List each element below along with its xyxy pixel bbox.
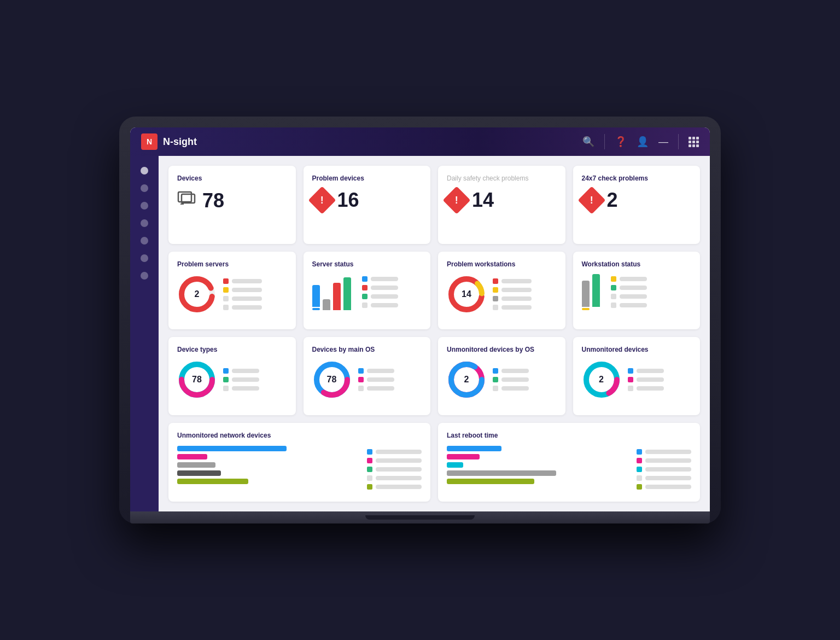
unmonitored-devices-chart: 2 — [582, 360, 692, 399]
daily-safety-title: Daily safety check problems — [447, 174, 557, 182]
problem-servers-card[interactable]: Problem servers 2 — [168, 252, 296, 330]
unmonitored-devices-card[interactable]: Unmonitored devices 2 — [573, 337, 701, 415]
last-reboot-content — [447, 446, 691, 493]
problem-devices-title: Problem devices — [312, 174, 422, 182]
devices-by-os-value: 78 — [327, 375, 337, 385]
check-24x7-stat: 2 — [582, 189, 692, 212]
server-status-card[interactable]: Server status — [304, 252, 431, 330]
last-reboot-chart — [447, 446, 628, 493]
topbar: N N-sight 🔍 ❓ 👤 — — [130, 127, 710, 156]
problem-servers-chart: 2 — [177, 275, 287, 314]
last-reboot-legend — [637, 446, 691, 493]
device-types-legend — [223, 368, 259, 391]
problem-workstations-chart: 14 — [447, 275, 557, 314]
topbar-right: 🔍 ❓ 👤 — — [582, 134, 699, 149]
warning-icon-1 — [308, 187, 336, 214]
grid-menu-icon[interactable] — [689, 137, 699, 147]
laptop-base — [130, 511, 710, 523]
daily-safety-card[interactable]: Daily safety check problems 14 — [438, 166, 565, 244]
unmonitored-by-os-value: 2 — [464, 375, 469, 385]
sidebar-nav-6[interactable] — [141, 254, 148, 262]
logo-area: N N-sight — [141, 133, 197, 150]
problem-servers-legend — [223, 278, 262, 310]
sidebar-nav-3[interactable] — [141, 202, 148, 210]
svg-rect-0 — [178, 192, 191, 202]
unmonitored-network-content — [177, 446, 422, 493]
sidebar — [130, 156, 159, 511]
workstation-status-legend — [611, 276, 647, 308]
unmonitored-network-title: Unmonitored network devices — [177, 432, 422, 439]
check-24x7-value: 2 — [607, 189, 618, 212]
laptop-notch — [365, 515, 475, 520]
unmonitored-by-os-card[interactable]: Unmonitored devices by OS 2 — [438, 337, 565, 415]
devices-by-os-chart: 78 — [312, 360, 422, 399]
unmonitored-devices-value: 2 — [599, 375, 604, 385]
divider2 — [678, 134, 679, 149]
unmonitored-devices-donut: 2 — [582, 360, 621, 399]
problem-servers-donut: 2 — [177, 275, 217, 314]
problem-devices-stat: 16 — [312, 189, 422, 212]
workstation-status-title: Workstation status — [582, 260, 692, 268]
unmonitored-network-legend — [367, 446, 422, 493]
warning-icon-2 — [443, 187, 471, 214]
daily-safety-stat: 14 — [447, 189, 557, 212]
devices-title: Devices — [177, 174, 287, 182]
last-reboot-card[interactable]: Last reboot time — [438, 423, 700, 502]
last-reboot-title: Last reboot time — [447, 432, 691, 439]
warning-icon-3 — [578, 187, 605, 214]
server-status-title: Server status — [312, 260, 422, 268]
check-24x7-title: 24x7 check problems — [582, 174, 692, 182]
divider — [604, 134, 605, 149]
user-icon[interactable]: 👤 — [637, 136, 649, 148]
device-types-value: 78 — [192, 375, 202, 385]
devices-value: 78 — [202, 189, 224, 212]
settings-icon[interactable]: — — [658, 136, 668, 148]
help-icon[interactable]: ❓ — [615, 136, 627, 148]
unmonitored-devices-legend — [628, 368, 664, 391]
device-types-title: Device types — [177, 346, 287, 353]
server-status-chart — [312, 275, 422, 310]
problem-devices-value: 16 — [337, 189, 359, 212]
devices-by-os-legend — [358, 368, 394, 391]
unmonitored-by-os-legend — [493, 368, 529, 391]
device-types-card[interactable]: Device types 78 — [168, 337, 296, 415]
problem-workstations-card[interactable]: Problem workstations 14 — [438, 252, 565, 330]
sidebar-nav-1[interactable] — [141, 167, 148, 174]
devices-stat: 78 — [177, 189, 287, 212]
workstation-status-card[interactable]: Workstation status — [573, 252, 701, 330]
problem-workstations-title: Problem workstations — [447, 260, 557, 268]
devices-by-os-title: Devices by main OS — [312, 346, 422, 353]
devices-card[interactable]: Devices 78 — [168, 166, 296, 244]
sidebar-nav-4[interactable] — [141, 219, 148, 227]
unmonitored-network-chart — [177, 446, 358, 493]
sidebar-nav-2[interactable] — [141, 184, 148, 192]
problem-workstations-value: 14 — [462, 289, 471, 299]
search-icon[interactable]: 🔍 — [582, 136, 594, 148]
app-title: N-sight — [163, 136, 197, 148]
server-status-legend — [362, 276, 398, 308]
problem-devices-card[interactable]: Problem devices 16 — [304, 166, 431, 244]
devices-icon — [177, 189, 197, 212]
unmonitored-network-card[interactable]: Unmonitored network devices — [168, 423, 430, 502]
unmonitored-by-os-title: Unmonitored devices by OS — [447, 346, 557, 353]
sidebar-nav-5[interactable] — [141, 237, 148, 245]
unmonitored-devices-title: Unmonitored devices — [582, 346, 692, 353]
check-24x7-card[interactable]: 24x7 check problems 2 — [573, 166, 701, 244]
problem-servers-value: 2 — [195, 289, 200, 299]
problem-servers-title: Problem servers — [177, 260, 287, 268]
unmonitored-by-os-chart: 2 — [447, 360, 557, 399]
logo-icon: N — [141, 133, 158, 150]
content-area: Devices 78 Problem de — [159, 156, 710, 511]
unmonitored-by-os-donut: 2 — [447, 360, 486, 399]
problem-workstations-legend — [493, 278, 532, 310]
devices-by-os-donut: 78 — [312, 360, 352, 399]
sidebar-nav-7[interactable] — [141, 272, 148, 280]
devices-by-os-card[interactable]: Devices by main OS 78 — [304, 337, 431, 415]
main-layout: Devices 78 Problem de — [130, 156, 710, 511]
device-types-donut: 78 — [177, 360, 217, 399]
problem-workstations-donut: 14 — [447, 275, 486, 314]
workstation-status-chart — [582, 275, 692, 310]
daily-safety-value: 14 — [472, 189, 494, 212]
device-types-chart: 78 — [177, 360, 287, 399]
